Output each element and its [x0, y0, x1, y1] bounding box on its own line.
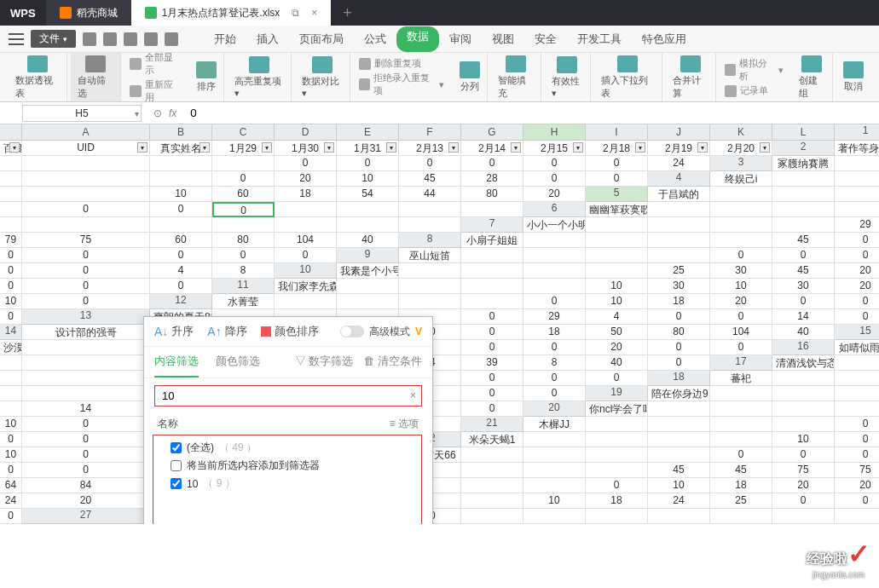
- row-header-27[interactable]: 27: [22, 509, 150, 524]
- cell-b8[interactable]: [523, 233, 586, 248]
- cell-g10[interactable]: 30: [710, 263, 772, 279]
- cell-d23[interactable]: [586, 447, 648, 463]
- cell-b21[interactable]: [586, 417, 648, 432]
- undo-icon[interactable]: [144, 32, 158, 46]
- cell-f13[interactable]: 0: [461, 309, 523, 325]
- tab-special[interactable]: 特色应用: [632, 26, 697, 52]
- color-filter-tab[interactable]: 颜色筛选: [216, 347, 260, 378]
- cell-d2[interactable]: [150, 156, 212, 171]
- row-header-20[interactable]: 20: [523, 401, 586, 417]
- filter-dropdown-icon[interactable]: ▾: [386, 142, 396, 153]
- cell-k10[interactable]: 0: [22, 279, 150, 294]
- cell-d20[interactable]: [772, 401, 835, 417]
- cell-c5[interactable]: [772, 187, 835, 202]
- filter-dropdown-icon[interactable]: ▾: [511, 142, 521, 153]
- cell-i5[interactable]: [275, 202, 337, 217]
- col-header-D[interactable]: D: [275, 124, 337, 141]
- cell-i9[interactable]: 0: [0, 263, 22, 279]
- add-to-filter-checkbox[interactable]: 将当前所选内容添加到筛选器: [171, 457, 404, 475]
- cell-j4[interactable]: 44: [399, 187, 461, 202]
- cell-a15[interactable]: 沙漠里的骆驼3: [0, 340, 22, 355]
- cell-c10[interactable]: [461, 263, 523, 279]
- cell-b5[interactable]: [710, 187, 772, 202]
- cell-k16[interactable]: 40: [586, 355, 648, 371]
- cell-a11[interactable]: 我们家李先森: [275, 279, 337, 294]
- filter-dropdown-icon[interactable]: ▾: [9, 142, 20, 153]
- col-header-B[interactable]: B: [150, 124, 212, 141]
- cell-k15[interactable]: 0: [648, 340, 710, 355]
- cell-g13[interactable]: 29: [523, 309, 586, 325]
- cell-e24[interactable]: [586, 463, 648, 478]
- cell-b23[interactable]: [461, 447, 523, 463]
- cell-i24[interactable]: 75: [835, 463, 879, 478]
- row-header-9[interactable]: 9: [337, 248, 399, 263]
- cell-f8[interactable]: 45: [772, 233, 835, 248]
- cell-k5[interactable]: [399, 202, 461, 217]
- cell-j14[interactable]: 80: [648, 325, 710, 340]
- cell-i27[interactable]: [648, 509, 710, 524]
- preview-icon[interactable]: [124, 32, 137, 46]
- cell-h11[interactable]: 10: [710, 279, 772, 294]
- cell-h24[interactable]: 75: [772, 463, 835, 478]
- cell-h10[interactable]: 45: [772, 263, 835, 279]
- tab-workbook[interactable]: 1月末热点结算登记表.xlsx ⧉ ×: [131, 0, 332, 26]
- cell-e6[interactable]: [835, 202, 879, 217]
- cell-k8[interactable]: 0: [212, 248, 275, 263]
- row-header-19[interactable]: 19: [586, 386, 648, 401]
- cell-g3[interactable]: 20: [275, 171, 337, 187]
- cell-b20[interactable]: [648, 401, 710, 417]
- cell-a7[interactable]: 小小一个小明: [523, 217, 586, 233]
- cell-f27[interactable]: [461, 509, 523, 524]
- cell-c22[interactable]: [586, 432, 648, 447]
- filter-options-button[interactable]: ≡ 选项: [390, 417, 419, 431]
- cell-i6[interactable]: [212, 217, 275, 233]
- formula-input[interactable]: [183, 105, 879, 121]
- header-e[interactable]: 1月30▾: [275, 141, 337, 156]
- file-menu[interactable]: 文件▾: [31, 30, 76, 48]
- cell-d5[interactable]: [835, 187, 879, 202]
- cell-c21[interactable]: [648, 417, 710, 432]
- cell-e26[interactable]: [461, 493, 523, 509]
- compare-button[interactable]: 数据对比▾: [295, 53, 350, 101]
- cell-i15[interactable]: 0: [523, 340, 586, 355]
- cell-h22[interactable]: 10: [0, 447, 22, 463]
- new-tab-button[interactable]: +: [331, 4, 364, 22]
- row-header-6[interactable]: 6: [523, 202, 586, 217]
- cell-e22[interactable]: [710, 432, 772, 447]
- cell-d3[interactable]: [22, 171, 150, 187]
- cell-d12[interactable]: [399, 294, 461, 309]
- cell-b7[interactable]: [586, 217, 648, 233]
- cell-e25[interactable]: [523, 478, 586, 493]
- filter-search-input[interactable]: [155, 386, 421, 406]
- cell-a5[interactable]: 于昌斌的: [648, 187, 710, 202]
- cell-d24[interactable]: [523, 463, 586, 478]
- dedup-button[interactable]: 高亮重复项▾: [228, 53, 292, 101]
- cell-f21[interactable]: 0: [835, 417, 879, 432]
- col-header-E[interactable]: E: [337, 124, 399, 141]
- cell-g20[interactable]: 0: [22, 417, 150, 432]
- insertdd-button[interactable]: 插入下拉列表: [594, 53, 662, 101]
- cell-g11[interactable]: 30: [648, 279, 710, 294]
- cell-f24[interactable]: 45: [648, 463, 710, 478]
- cell-h13[interactable]: 4: [586, 309, 648, 325]
- cell-d7[interactable]: [710, 217, 772, 233]
- filter-dropdown-icon[interactable]: ▾: [262, 142, 272, 153]
- row-header-17[interactable]: 17: [710, 355, 772, 371]
- row-header-10[interactable]: 10: [275, 263, 337, 279]
- row-header-1[interactable]: 1: [835, 124, 879, 141]
- filter-dropdown-icon[interactable]: ▾: [200, 142, 210, 153]
- cell-i25[interactable]: 20: [772, 478, 835, 493]
- cell-b17[interactable]: [835, 355, 879, 371]
- row-header-21[interactable]: 21: [461, 417, 523, 432]
- row-header-5[interactable]: 5: [586, 187, 648, 202]
- cell-b2[interactable]: [0, 156, 22, 171]
- cell-a22[interactable]: 米朵天蝎1: [461, 432, 523, 447]
- cell-k17[interactable]: 0: [523, 371, 586, 386]
- cell-k4[interactable]: 80: [461, 187, 523, 202]
- filter-dropdown-icon[interactable]: ▾: [573, 142, 583, 153]
- cell-e3[interactable]: [150, 171, 212, 187]
- redo-icon[interactable]: [165, 32, 178, 46]
- chevron-down-icon[interactable]: ▾: [135, 109, 139, 118]
- cell-i10[interactable]: 20: [835, 263, 879, 279]
- cell-h12[interactable]: 18: [648, 294, 710, 309]
